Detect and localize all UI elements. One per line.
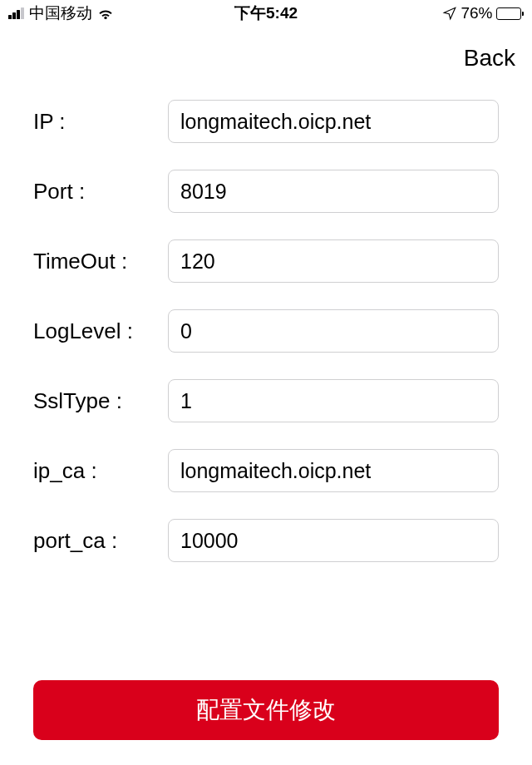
carrier-label: 中国移动 (29, 2, 92, 24)
input-ip-ca[interactable] (168, 449, 499, 492)
location-icon (442, 6, 457, 21)
input-timeout[interactable] (168, 239, 499, 283)
battery-percent: 76% (461, 4, 492, 22)
label-ssltype: SslType : (33, 388, 168, 414)
input-ssltype[interactable] (168, 379, 499, 422)
config-form: IP : Port : TimeOut : LogLevel : SslType… (0, 80, 532, 609)
cellular-signal-icon (8, 7, 24, 19)
form-row-port: Port : (33, 170, 499, 213)
nav-bar: Back (0, 27, 532, 80)
battery-icon (496, 7, 525, 20)
input-loglevel[interactable] (168, 309, 499, 353)
submit-button[interactable]: 配置文件修改 (33, 680, 499, 740)
form-row-port-ca: port_ca : (33, 519, 499, 562)
input-port-ca[interactable] (168, 519, 499, 562)
form-row-loglevel: LogLevel : (33, 309, 499, 353)
label-ip: IP : (33, 109, 168, 135)
input-port[interactable] (168, 170, 499, 213)
form-row-ssltype: SslType : (33, 379, 499, 422)
label-port-ca: port_ca : (33, 528, 168, 554)
label-timeout: TimeOut : (33, 249, 168, 274)
label-ip-ca: ip_ca : (33, 458, 168, 484)
form-row-timeout: TimeOut : (33, 239, 499, 283)
status-time: 下午5:42 (234, 2, 298, 24)
form-row-ip-ca: ip_ca : (33, 449, 499, 492)
submit-container: 配置文件修改 (33, 680, 499, 740)
status-bar: 中国移动 下午5:42 76% (0, 0, 532, 27)
label-port: Port : (33, 179, 168, 205)
input-ip[interactable] (168, 100, 499, 143)
wifi-icon (97, 7, 114, 20)
label-loglevel: LogLevel : (33, 318, 168, 344)
status-left: 中国移动 (8, 2, 114, 24)
form-row-ip: IP : (33, 100, 499, 143)
back-button[interactable]: Back (464, 45, 515, 72)
status-right: 76% (442, 4, 524, 22)
